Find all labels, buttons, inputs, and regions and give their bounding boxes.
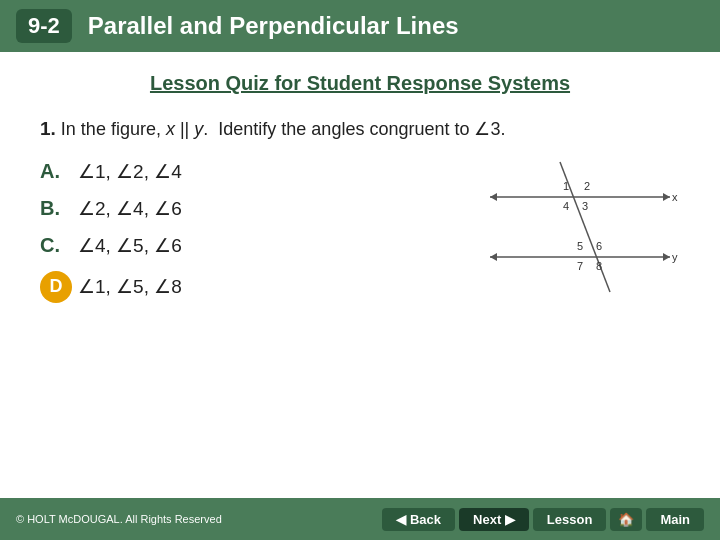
answer-a-label: A.	[40, 160, 72, 183]
subtitle: Lesson Quiz for Student Response Systems	[40, 72, 680, 95]
answer-d-text: ∠1, ∠5, ∠8	[78, 275, 182, 298]
main-content: Lesson Quiz for Student Response Systems…	[0, 52, 720, 337]
footer-buttons: ◀ Back Next ▶ Lesson 🏠 Main	[382, 508, 704, 531]
next-button[interactable]: Next ▶	[459, 508, 529, 531]
svg-text:4: 4	[563, 200, 569, 212]
svg-text:2: 2	[584, 180, 590, 192]
svg-marker-1	[663, 193, 670, 201]
back-button[interactable]: ◀ Back	[382, 508, 455, 531]
lesson-badge: 9-2	[16, 9, 72, 43]
header-title: Parallel and Perpendicular Lines	[88, 12, 459, 40]
svg-text:1: 1	[563, 180, 569, 192]
svg-text:y: y	[672, 251, 678, 263]
svg-text:3: 3	[582, 200, 588, 212]
svg-marker-5	[663, 253, 670, 261]
main-button[interactable]: Main	[646, 508, 704, 531]
svg-text:6: 6	[596, 240, 602, 252]
svg-text:7: 7	[577, 260, 583, 272]
answer-b-text: ∠2, ∠4, ∠6	[78, 197, 182, 220]
answer-b-label: B.	[40, 197, 72, 220]
diagram: x y 1 2 4 3 5 6 7 8	[460, 122, 680, 322]
svg-text:x: x	[672, 191, 678, 203]
home-button[interactable]: 🏠	[610, 508, 642, 531]
lesson-button[interactable]: Lesson	[533, 508, 607, 531]
answer-a-text: ∠1, ∠2, ∠4	[78, 160, 182, 183]
copyright: © HOLT McDOUGAL. All Rights Reserved	[16, 513, 222, 525]
svg-text:5: 5	[577, 240, 583, 252]
answer-d-label: D	[40, 271, 72, 303]
svg-text:8: 8	[596, 260, 602, 272]
answer-c-text: ∠4, ∠5, ∠6	[78, 234, 182, 257]
svg-marker-6	[490, 253, 497, 261]
footer: © HOLT McDOUGAL. All Rights Reserved ◀ B…	[0, 498, 720, 540]
answer-c-label: C.	[40, 234, 72, 257]
header: 9-2 Parallel and Perpendicular Lines	[0, 0, 720, 52]
svg-marker-2	[490, 193, 497, 201]
